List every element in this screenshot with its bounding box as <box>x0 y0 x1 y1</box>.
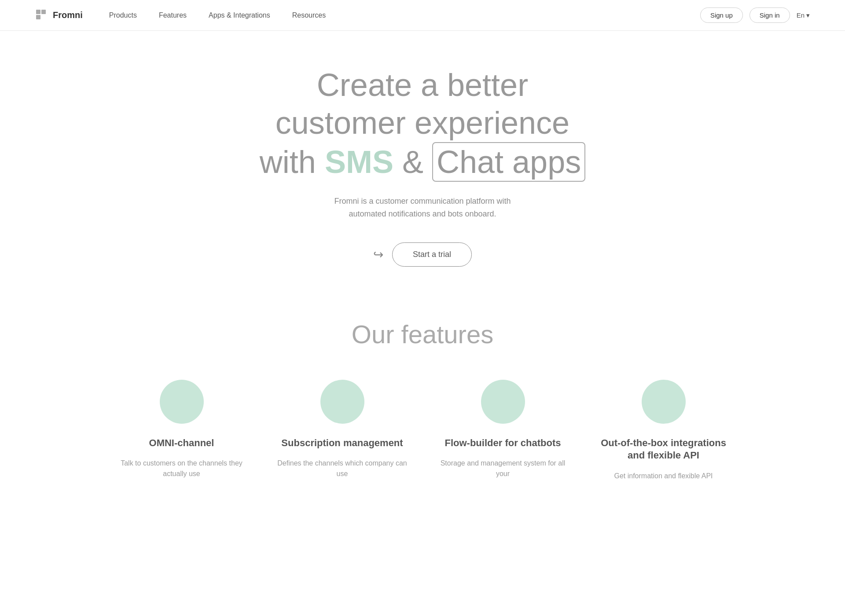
logo-icon <box>35 9 48 22</box>
nav-item-products[interactable]: Products <box>109 11 137 19</box>
navbar: Fromni Products Features Apps & Integrat… <box>0 0 845 31</box>
nav-link-resources[interactable]: Resources <box>292 11 326 19</box>
hero-connector: & <box>402 144 423 180</box>
feature-title-integrations: Out-of-the-box integrations and flexible… <box>596 437 731 462</box>
features-section: Our features OMNI-channel Talk to custom… <box>0 293 845 517</box>
feature-desc-subscription: Defines the channels which company can u… <box>275 458 409 479</box>
start-trial-button[interactable]: Start a trial <box>392 242 472 267</box>
feature-title-subscription: Subscription management <box>281 437 403 450</box>
svg-rect-2 <box>36 15 40 19</box>
feature-card-integrations: Out-of-the-box integrations and flexible… <box>596 380 731 481</box>
hero-cta: ↪ Start a trial <box>373 242 472 267</box>
nav-right: Sign up Sign in En ▾ <box>700 7 810 23</box>
feature-desc-flowbuilder: Storage and management system for all yo… <box>436 458 570 479</box>
nav-item-apps[interactable]: Apps & Integrations <box>209 11 270 19</box>
svg-rect-1 <box>41 10 46 14</box>
signup-button[interactable]: Sign up <box>700 7 743 23</box>
feature-card-omni: OMNI-channel Talk to customers on the ch… <box>114 380 249 481</box>
nav-link-products[interactable]: Products <box>109 11 137 19</box>
hero-title-prefix: with <box>260 144 316 180</box>
hero-chat-highlight: Chat apps <box>432 142 585 182</box>
nav-item-features[interactable]: Features <box>159 11 187 19</box>
logo-text: Fromni <box>53 10 83 20</box>
nav-links: Products Features Apps & Integrations Re… <box>109 11 326 19</box>
nav-link-features[interactable]: Features <box>159 11 187 19</box>
hero-title-line2: customer experience <box>276 105 569 140</box>
logo[interactable]: Fromni <box>35 9 83 22</box>
feature-icon-omni <box>160 380 204 424</box>
feature-icon-flowbuilder <box>481 380 525 424</box>
nav-link-apps[interactable]: Apps & Integrations <box>209 11 270 19</box>
hero-sms-highlight: SMS <box>325 144 393 180</box>
feature-title-flowbuilder: Flow-builder for chatbots <box>445 437 561 450</box>
hero-title-line1: Create a better <box>317 67 528 103</box>
navbar-left: Fromni Products Features Apps & Integrat… <box>35 9 326 22</box>
signin-button[interactable]: Sign in <box>749 7 790 23</box>
chevron-down-icon: ▾ <box>806 11 810 19</box>
hero-title: Create a better customer experience with… <box>260 66 585 182</box>
feature-title-omni: OMNI-channel <box>149 437 214 450</box>
feature-icon-subscription <box>320 380 364 424</box>
hero-section: Create a better customer experience with… <box>0 31 845 293</box>
feature-icon-integrations <box>642 380 686 424</box>
lang-label: En <box>797 11 805 19</box>
svg-rect-0 <box>36 10 40 14</box>
hero-subtitle: Fromni is a customer communication platf… <box>330 195 515 220</box>
feature-desc-integrations: Get information and flexible API <box>614 471 713 481</box>
features-title: Our features <box>352 319 493 349</box>
feature-desc-omni: Talk to customers on the channels they a… <box>114 458 249 479</box>
feature-card-flowbuilder: Flow-builder for chatbots Storage and ma… <box>436 380 570 481</box>
nav-item-resources[interactable]: Resources <box>292 11 326 19</box>
arrow-icon: ↪ <box>373 247 383 262</box>
features-grid: OMNI-channel Talk to customers on the ch… <box>114 380 731 481</box>
feature-card-subscription: Subscription management Defines the chan… <box>275 380 409 481</box>
language-selector[interactable]: En ▾ <box>797 11 810 19</box>
